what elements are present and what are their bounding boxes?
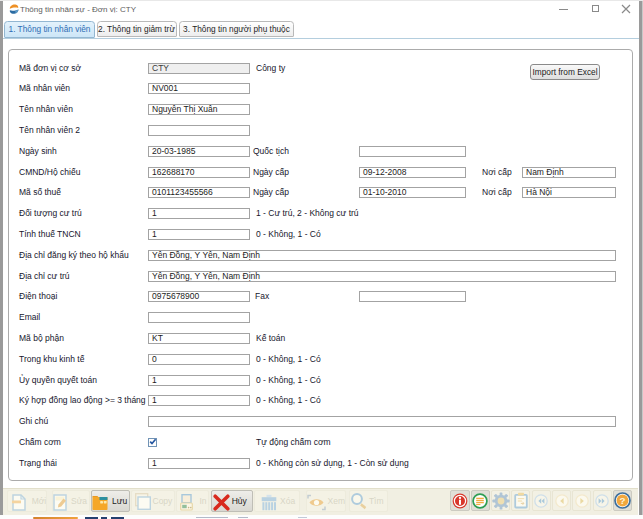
svg-text:?: ?: [620, 495, 626, 506]
